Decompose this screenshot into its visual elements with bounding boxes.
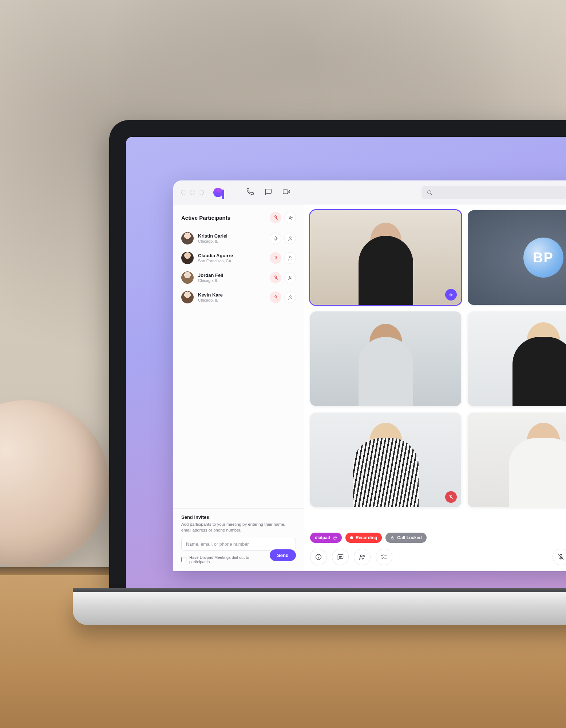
invite-description: Add participants to your meeting by ente… [181, 521, 296, 533]
video-tile-initials[interactable]: BP [468, 210, 566, 305]
video-grid: BP [304, 204, 566, 529]
participant-row[interactable]: Jordan Fell Chicago, IL [173, 268, 304, 287]
svg-point-6 [289, 256, 291, 258]
phone-icon[interactable] [246, 188, 254, 197]
app-window: Active Participants [173, 180, 566, 571]
video-tile-speaker[interactable] [310, 210, 461, 305]
chat-button[interactable] [332, 549, 349, 565]
laptop: Active Participants [109, 120, 566, 593]
mic-muted-icon[interactable] [270, 272, 281, 283]
svg-rect-0 [283, 190, 288, 194]
svg-point-10 [289, 295, 291, 297]
video-icon[interactable] [282, 188, 290, 197]
chat-icon[interactable] [264, 188, 272, 197]
dial-out-checkbox[interactable] [181, 557, 186, 562]
topbar-nav [246, 188, 290, 197]
svg-point-12 [333, 536, 337, 540]
svg-rect-13 [391, 538, 393, 540]
participant-name: Jordan Fell [198, 272, 265, 278]
logo-icon-stem [222, 190, 224, 199]
laptop-bezel: Active Participants [109, 120, 566, 593]
participant-location: Chicago, IL [198, 298, 265, 302]
invite-input[interactable] [181, 538, 296, 551]
avatar [181, 252, 194, 264]
participant-location: Chicago, IL [198, 278, 265, 283]
svg-point-4 [289, 236, 291, 238]
svg-point-8 [289, 276, 291, 278]
traffic-minimize[interactable] [190, 190, 195, 195]
app-body: Active Participants [173, 204, 566, 571]
brand-pill-icon [333, 536, 337, 540]
traffic-zoom[interactable] [199, 190, 204, 195]
topbar [173, 180, 566, 204]
avatar [181, 271, 194, 284]
lock-icon [390, 536, 395, 540]
call-locked-pill[interactable]: Call Locked [385, 533, 426, 543]
add-participant-button[interactable] [284, 212, 296, 223]
avatar-initials: BP [523, 238, 563, 278]
control-bar [304, 543, 566, 571]
sidebar-header: Active Participants [173, 204, 304, 228]
video-tile[interactable] [310, 311, 461, 406]
participant-row[interactable]: Kristin Carlel Chicago, IL [173, 228, 304, 248]
traffic-close[interactable] [181, 190, 186, 195]
mic-muted-icon[interactable] [270, 252, 281, 264]
brand-pill-label: dialpad [315, 535, 330, 540]
logo-icon [213, 188, 223, 197]
svg-point-2 [289, 216, 290, 218]
tasks-button[interactable] [376, 549, 392, 565]
mic-icon[interactable] [270, 232, 281, 244]
laptop-screen: Active Participants [126, 137, 566, 593]
recording-pill[interactable]: Recording [345, 533, 382, 543]
participant-name: Claudia Aguirre [198, 253, 265, 258]
video-tile[interactable] [468, 311, 566, 406]
video-tile[interactable] [468, 413, 566, 507]
recording-label: Recording [356, 535, 377, 540]
send-button[interactable]: Send [270, 549, 296, 561]
person-icon[interactable] [284, 232, 296, 244]
invite-panel: Send invites Add participants to your me… [173, 508, 304, 571]
video-tile[interactable] [310, 413, 461, 507]
scene-background: Active Participants [0, 0, 566, 728]
main-panel: BP [304, 204, 566, 571]
search-icon [427, 190, 432, 195]
participant-name: Kevin Kare [198, 292, 265, 298]
participant-name: Kristin Carlel [198, 233, 265, 239]
call-locked-label: Call Locked [397, 535, 421, 540]
participant-location: San Francisco, CA [198, 259, 265, 263]
avatar [181, 232, 194, 244]
muted-indicator-icon [445, 491, 457, 503]
search-input[interactable] [421, 186, 566, 199]
brand-pill[interactable]: dialpad [310, 533, 342, 543]
dial-out-label: Have Dialpad Meetings dial out to partic… [189, 555, 267, 564]
speaking-indicator-icon [445, 289, 457, 301]
window-traffic-lights[interactable] [181, 190, 204, 195]
participant-location: Chicago, IL [198, 239, 265, 243]
record-icon [350, 536, 353, 539]
svg-point-16 [363, 555, 364, 557]
person-icon[interactable] [284, 252, 296, 264]
svg-point-15 [360, 555, 362, 557]
laptop-base [73, 592, 566, 625]
svg-rect-3 [275, 236, 276, 239]
sidebar: Active Participants [173, 204, 304, 571]
svg-point-1 [428, 190, 431, 194]
invite-title: Send invites [181, 514, 296, 520]
mic-muted-icon[interactable] [270, 291, 281, 303]
decorative-sphere [0, 400, 109, 568]
sidebar-title: Active Participants [181, 215, 230, 221]
mute-all-button[interactable] [270, 212, 281, 223]
participants-button[interactable] [354, 549, 371, 565]
person-icon[interactable] [284, 272, 296, 283]
avatar [181, 291, 194, 303]
mute-mic-button[interactable] [553, 549, 566, 565]
info-button[interactable] [310, 549, 327, 565]
participant-row[interactable]: Claudia Aguirre San Francisco, CA [173, 248, 304, 268]
participant-row[interactable]: Kevin Kare Chicago, IL [173, 287, 304, 307]
brand-logo [213, 186, 224, 199]
person-icon[interactable] [284, 291, 296, 303]
status-row: dialpad Recording Call Locked [304, 529, 566, 543]
